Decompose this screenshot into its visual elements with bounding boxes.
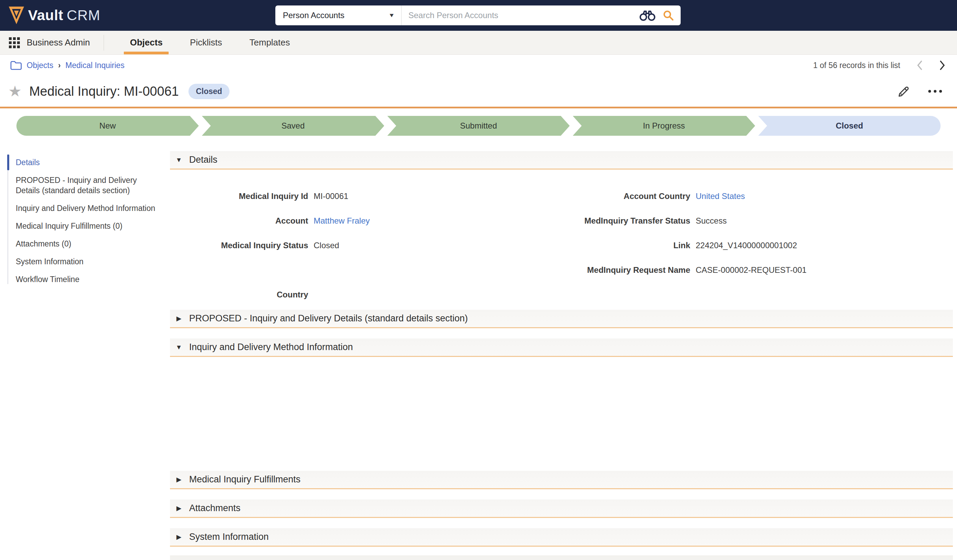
- breadcrumb: Objects›Medical Inquiries: [10, 60, 125, 70]
- field-label: Country: [170, 290, 308, 300]
- details-fields: Medical Inquiry IdMI-00061AccountMatthew…: [170, 170, 953, 307]
- section-title: Attachments: [189, 503, 240, 514]
- field-value: 224204_V14000000001002: [696, 241, 797, 250]
- next-record-button[interactable]: [939, 60, 945, 71]
- vault-crm-logo[interactable]: Vault CRM: [8, 6, 101, 25]
- sidebar-item-medical-inquiry-fulfillments-0[interactable]: Medical Inquiry Fulfillments (0): [8, 217, 170, 235]
- sidebar-item-proposed-inquiry-and-delivery-details-standard-details-section[interactable]: PROPOSED - Inquiry and Delivery Details …: [8, 171, 170, 199]
- previous-record-button[interactable]: [917, 60, 923, 71]
- tab-picklists[interactable]: Picklists: [180, 31, 232, 54]
- app-navbar: Business Admin ObjectsPicklistsTemplates: [0, 31, 957, 55]
- field-label: Account: [170, 216, 308, 226]
- breadcrumb-row: Objects›Medical Inquiries 1 of 56 record…: [0, 55, 957, 76]
- edit-pencil-icon[interactable]: [897, 85, 911, 98]
- field-row: Country: [170, 282, 552, 307]
- sidebar-item-attachments-0[interactable]: Attachments (0): [8, 235, 170, 252]
- chevron-right-icon: ▶: [175, 533, 183, 541]
- field-value: Closed: [314, 241, 339, 250]
- workflow-stage-new: New: [16, 116, 199, 136]
- more-actions-icon[interactable]: [928, 90, 942, 93]
- section-title: Medical Inquiry Fulfillments: [189, 474, 301, 485]
- binoculars-icon[interactable]: [640, 10, 655, 21]
- field-row: AccountMatthew Fraley: [170, 208, 552, 233]
- app-menu-label[interactable]: Business Admin: [27, 37, 90, 48]
- section-title: PROPOSED - Inquiry and Delivery Details …: [189, 313, 468, 324]
- section-header-medical-inquiry-fulfillments[interactable]: ▶Medical Inquiry Fulfillments: [170, 471, 953, 489]
- workflow-stage-submitted: Submitted: [387, 116, 570, 136]
- breadcrumb-separator: ›: [58, 60, 60, 71]
- main-area: DetailsPROPOSED - Inquiry and Delivery D…: [0, 144, 957, 560]
- breadcrumb-link-medical-inquiries[interactable]: Medical Inquiries: [65, 61, 125, 70]
- folder-icon: [10, 60, 22, 70]
- field-value: Success: [696, 216, 727, 226]
- tab-templates[interactable]: Templates: [239, 31, 300, 54]
- chevron-right-icon: ▶: [175, 314, 183, 322]
- field-row: [170, 258, 552, 282]
- workflow-stage-saved: Saved: [202, 116, 384, 136]
- chevron-down-icon: ▼: [175, 156, 183, 164]
- workflow-stage-in-progress: In Progress: [573, 116, 755, 136]
- field-label: Medical Inquiry Status: [170, 241, 308, 250]
- brand-vault: Vault: [28, 7, 63, 24]
- apps-grid-icon[interactable]: [8, 36, 21, 49]
- section-title: System Information: [189, 532, 269, 542]
- chevron-down-icon: ▼: [175, 344, 183, 351]
- search-scope-value: Person Accounts: [283, 11, 344, 20]
- star-icon[interactable]: ★: [8, 84, 22, 99]
- tab-objects[interactable]: Objects: [120, 31, 173, 54]
- field-label: Account Country: [552, 191, 690, 201]
- field-label: Link: [552, 241, 690, 250]
- field-row: [552, 282, 953, 307]
- top-header: Vault CRM Person Accounts ▼: [0, 0, 957, 31]
- nav-tabs: ObjectsPicklistsTemplates: [116, 31, 304, 54]
- sidebar-item-inquiry-and-delivery-method-information[interactable]: Inquiry and Delivery Method Information: [8, 199, 170, 217]
- field-value: CASE-000002-REQUEST-001: [696, 265, 807, 275]
- section-header-proposed-inquiry-and-delivery-details-standard-details-section[interactable]: ▶PROPOSED - Inquiry and Delivery Details…: [170, 310, 953, 328]
- field-label: Medical Inquiry Id: [170, 191, 308, 201]
- field-row: Link224204_V14000000001002: [552, 233, 953, 258]
- section-title: Inquiry and Delivery Method Information: [189, 342, 353, 352]
- field-row: MedInquiry Transfer StatusSuccess: [552, 208, 953, 233]
- section-header-system-information[interactable]: ▶System Information: [170, 528, 953, 547]
- search-input[interactable]: [401, 5, 640, 25]
- field-row: Account CountryUnited States: [552, 184, 953, 208]
- field-label: MedInquiry Request Name: [552, 265, 690, 275]
- chevron-down-icon: ▼: [388, 12, 395, 19]
- breadcrumb-link-objects[interactable]: Objects: [27, 61, 54, 70]
- section-header-details[interactable]: ▼ Details: [170, 151, 953, 170]
- section-header-inquiry-and-delivery-method-information[interactable]: ▼Inquiry and Delivery Method Information: [170, 338, 953, 357]
- chevron-right-icon: ▶: [175, 504, 183, 512]
- sidebar-item-system-information[interactable]: System Information: [8, 252, 170, 270]
- field-value-link[interactable]: Matthew Fraley: [314, 216, 370, 226]
- status-badge: Closed: [188, 84, 230, 99]
- search-scope-dropdown[interactable]: Person Accounts ▼: [275, 5, 401, 25]
- chevron-right-icon: ▶: [175, 476, 183, 483]
- record-count-text: 1 of 56 records in this list: [813, 61, 900, 70]
- field-value-link[interactable]: United States: [696, 191, 745, 201]
- vault-v-icon: [8, 6, 25, 25]
- search-icon[interactable]: [663, 10, 674, 21]
- field-label: MedInquiry Transfer Status: [552, 216, 690, 226]
- record-detail-content: ▼ Details Medical Inquiry IdMI-00061Acco…: [170, 144, 953, 560]
- next-section-partial: [170, 555, 953, 560]
- brand-crm: CRM: [67, 7, 101, 24]
- section-header-attachments[interactable]: ▶Attachments: [170, 500, 953, 518]
- workflow-stage-closed: Closed: [758, 116, 941, 136]
- page-title: Medical Inquiry: MI-00061: [29, 84, 178, 99]
- nav-divider: [104, 35, 104, 50]
- record-pagination: 1 of 56 records in this list: [813, 60, 945, 71]
- section-body-inquiry-and-delivery-method-information: [170, 357, 953, 468]
- field-row: Medical Inquiry IdMI-00061: [170, 184, 552, 208]
- section-title: Details: [189, 155, 218, 165]
- sidebar-item-details[interactable]: Details: [8, 153, 170, 171]
- section-sidebar: DetailsPROPOSED - Inquiry and Delivery D…: [0, 144, 170, 290]
- field-value: MI-00061: [314, 191, 348, 201]
- global-search: Person Accounts ▼: [275, 5, 681, 25]
- field-row: Medical Inquiry StatusClosed: [170, 233, 552, 258]
- sidebar-item-workflow-timeline[interactable]: Workflow Timeline: [8, 270, 170, 288]
- field-row: MedInquiry Request NameCASE-000002-REQUE…: [552, 258, 953, 282]
- workflow-stage-bar: NewSavedSubmittedIn ProgressClosed: [0, 108, 957, 144]
- record-title-row: ★ Medical Inquiry: MI-00061 Closed: [0, 76, 957, 107]
